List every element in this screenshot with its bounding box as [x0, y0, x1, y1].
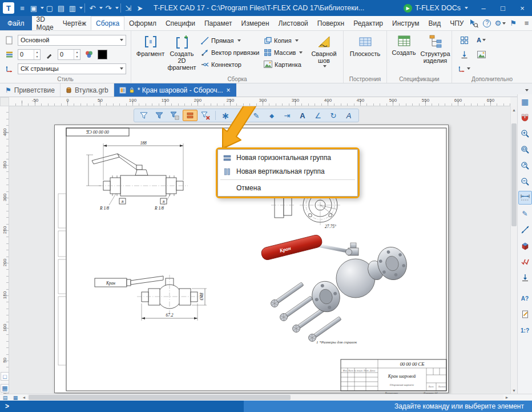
- horizontal-scrollbar[interactable]: [27, 394, 503, 401]
- print-dropdown-icon[interactable]: [79, 7, 83, 9]
- tflex-docs-button[interactable]: ▶ T-FLEX DOCs: [398, 0, 474, 16]
- vertical-scroll-thumb[interactable]: [511, 123, 517, 226]
- doc-tab-active[interactable]: * Кран шаровой - Сбороч... ×: [114, 83, 236, 97]
- tab-assembly[interactable]: Сборка: [91, 16, 124, 30]
- menu-item-cancel[interactable]: Отмена: [218, 181, 357, 195]
- import-icon[interactable]: ⇲: [123, 2, 134, 14]
- toolbar-groups-button[interactable]: [183, 110, 198, 121]
- paper-style-combobox[interactable]: Основной: [18, 35, 126, 46]
- connector-button[interactable]: Коннектор: [201, 58, 260, 70]
- filter-clear-icon[interactable]: [198, 110, 213, 121]
- project-to-plane-icon[interactable]: [518, 271, 532, 285]
- list-icon[interactable]: ≡: [521, 18, 532, 29]
- filter-off-icon[interactable]: [136, 110, 151, 121]
- tab-file[interactable]: Файл: [0, 16, 32, 30]
- plane-button[interactable]: Плоскость: [349, 31, 381, 74]
- line-button[interactable]: Прямая: [201, 34, 260, 46]
- tab-tools[interactable]: Инструм: [388, 16, 424, 30]
- weld-seam-button[interactable]: Сварной шов: [308, 31, 340, 74]
- insert-arrow-icon[interactable]: [458, 48, 470, 61]
- filter-list-icon[interactable]: [167, 110, 182, 121]
- auto-dimension-icon[interactable]: A?: [518, 291, 532, 305]
- print-icon[interactable]: ▥: [67, 2, 78, 14]
- angle-snap-icon[interactable]: ∠: [311, 110, 325, 121]
- open-icon[interactable]: ▢: [44, 2, 55, 14]
- zoom-in-icon[interactable]: [518, 127, 532, 141]
- priority-spinner[interactable]: 0 ▲▼: [58, 49, 80, 60]
- local-cs-icon[interactable]: [458, 62, 470, 75]
- minimize-button[interactable]: –: [474, 0, 493, 16]
- scroll-right-icon[interactable]: ►: [503, 395, 510, 399]
- close-button[interactable]: ×: [513, 0, 532, 16]
- text-tool-button[interactable]: A: [475, 34, 487, 46]
- squares-tool-icon[interactable]: [458, 34, 470, 46]
- ink-nib-icon[interactable]: ◆: [264, 110, 279, 121]
- tab-cnc[interactable]: ЧПУ: [445, 16, 468, 30]
- measure-line-icon[interactable]: [518, 223, 532, 237]
- scroll-left-icon[interactable]: ◄: [21, 395, 27, 399]
- snap-node-icon[interactable]: ∗: [218, 110, 233, 121]
- surface-marks-icon[interactable]: [518, 255, 532, 269]
- scale-icon[interactable]: 1:?: [518, 323, 532, 337]
- tab-edit[interactable]: Редактир: [349, 16, 388, 30]
- picture-button[interactable]: Картинка: [264, 58, 303, 70]
- settings-gear-icon[interactable]: ⚙: [494, 18, 506, 29]
- select-search-icon[interactable]: [468, 18, 479, 29]
- new-model-icon[interactable]: ▣: [28, 2, 39, 14]
- tab-drawing[interactable]: Чертёж: [58, 16, 91, 30]
- text-mode-icon[interactable]: A: [295, 110, 310, 121]
- sketch-mode-icon[interactable]: ✎: [518, 207, 532, 221]
- tab-view[interactable]: Вид: [424, 16, 445, 30]
- layer-spinner[interactable]: 0 ▲▼: [18, 49, 41, 60]
- add-page-icon[interactable]: ▦: [10, 394, 21, 401]
- page-grid-icon[interactable]: ▦: [1, 384, 9, 393]
- create-2d-fragment-button[interactable]: Создать 2D фрагмент: [166, 31, 198, 74]
- angled-text-icon[interactable]: A: [341, 110, 356, 121]
- redo-icon[interactable]: ↷: [103, 2, 114, 14]
- cs-combobox[interactable]: СК страницы: [18, 63, 126, 74]
- vertical-scrollbar[interactable]: ▲ ▼: [510, 106, 517, 394]
- pages-icon[interactable]: ▤: [0, 394, 10, 401]
- tab-3d-model[interactable]: 3D Моде: [32, 16, 58, 30]
- color-palette-icon[interactable]: [83, 48, 95, 61]
- fragment-button[interactable]: Фрагмент: [135, 31, 166, 74]
- flag-icon[interactable]: ⚑: [507, 18, 519, 29]
- grid-toggle-icon[interactable]: ▦: [518, 95, 532, 109]
- tab-measure[interactable]: Измерен: [237, 16, 274, 30]
- pointer-icon[interactable]: ➤: [134, 2, 146, 14]
- app-menu-icon[interactable]: ≡: [17, 2, 28, 14]
- rotate-mode-icon[interactable]: ↻: [326, 110, 341, 121]
- current-color-swatch[interactable]: [98, 50, 107, 59]
- dimension-style-icon[interactable]: [518, 191, 532, 205]
- close-doc-tab-icon[interactable]: ×: [226, 86, 231, 94]
- menu-item-new-horizontal-group[interactable]: Новая горизонтальная группа: [218, 151, 357, 165]
- tab-sheetmetal[interactable]: Листовой: [274, 16, 313, 30]
- zoom-out-icon[interactable]: [518, 175, 532, 189]
- solid-cube-icon[interactable]: [518, 239, 532, 253]
- product-structure-button[interactable]: Структура изделия: [420, 31, 451, 74]
- snap-line-icon[interactable]: ╱: [233, 110, 248, 121]
- jump-to-icon[interactable]: ⇥: [280, 110, 295, 121]
- snap-magnet-icon[interactable]: [518, 111, 532, 125]
- tab-specification[interactable]: Специфи: [161, 16, 200, 30]
- weld-dropdown-icon[interactable]: [323, 65, 327, 67]
- insert-picture-icon[interactable]: [475, 48, 487, 61]
- help-icon[interactable]: ?: [481, 18, 493, 29]
- snap-vector-button[interactable]: Вектор привязки: [201, 46, 260, 58]
- zoom-window-icon[interactable]: [518, 143, 532, 157]
- horizontal-scroll-thumb[interactable]: [29, 395, 291, 400]
- maximize-button[interactable]: □: [493, 0, 513, 16]
- doc-tab-welcome[interactable]: ⚑ Приветствие: [0, 83, 61, 97]
- filter-icon[interactable]: [152, 110, 167, 121]
- drawing-canvas[interactable]: 00 00 00 СБ: [9, 106, 510, 394]
- page-borders-icon[interactable]: □: [1, 372, 9, 381]
- undo-icon[interactable]: ↶: [87, 2, 98, 14]
- save-icon[interactable]: ▤: [55, 2, 67, 14]
- sketch-pencil-icon[interactable]: ✎: [249, 110, 264, 121]
- redo-dropdown-icon[interactable]: [115, 7, 119, 9]
- array-button[interactable]: Массив: [264, 46, 303, 58]
- create-bom-button[interactable]: Создать: [388, 31, 420, 74]
- scroll-down-icon[interactable]: ▼: [511, 387, 517, 394]
- tab-surfaces[interactable]: Поверхн: [313, 16, 349, 30]
- doc-tab-bushing[interactable]: Втулка.grb: [61, 83, 114, 97]
